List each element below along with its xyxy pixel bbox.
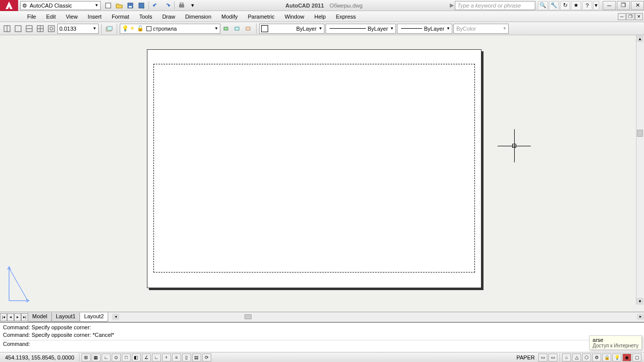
color-selector[interactable]: ByLayer ▼ [259, 24, 325, 34]
scroll-thumb[interactable] [637, 130, 643, 137]
help-icon[interactable]: ? [582, 1, 592, 10]
toolbar-lock[interactable]: 🔒 [602, 353, 611, 361]
3dosnap-toggle[interactable]: ◧ [132, 353, 141, 361]
separator [79, 353, 79, 361]
viewport-btn-3[interactable] [24, 24, 34, 34]
snap-toggle[interactable]: ⊞ [82, 353, 91, 361]
quickview-layouts[interactable]: ▭ [538, 353, 547, 361]
maximize-button[interactable]: ❐ [617, 1, 630, 10]
mdi-restore[interactable]: ❐ [626, 13, 634, 20]
workspace-switching[interactable]: ⚙ [592, 353, 601, 361]
open-button[interactable] [114, 1, 124, 10]
layer-tool-2[interactable] [232, 24, 243, 34]
minimize-button[interactable]: ─ [603, 1, 616, 10]
menu-dimension[interactable]: Dimension [180, 12, 216, 21]
layer-manager-button[interactable] [104, 24, 114, 34]
tab-layout2[interactable]: Layout2 [79, 313, 108, 322]
ducs-toggle[interactable]: ∟ [152, 353, 161, 361]
scroll-thumb[interactable] [245, 314, 252, 319]
save-button[interactable] [125, 1, 135, 10]
lwt-toggle[interactable]: ≡ [172, 353, 181, 361]
space-indicator[interactable]: PAPER [514, 354, 538, 360]
scroll-down-icon[interactable]: ▼ [636, 298, 643, 305]
search-input[interactable]: Type a keyword or phrase [455, 1, 535, 10]
window-title: AutoCAD 2011 Обмеры.dwg [198, 2, 450, 9]
tab-next[interactable]: ▸ [14, 313, 21, 321]
tab-last[interactable]: ▸| [21, 313, 28, 321]
mdi-close[interactable]: ✕ [635, 13, 643, 20]
scroll-right-icon[interactable]: ▸ [637, 314, 644, 320]
menu-express[interactable]: Express [331, 12, 361, 21]
clean-screen[interactable]: ▢ [632, 353, 641, 361]
search-icon[interactable]: 🔍 [538, 1, 548, 10]
saveas-button[interactable] [136, 1, 146, 10]
help-dropdown[interactable]: ▾ [593, 1, 599, 10]
vertical-scrollbar[interactable]: ▲ ▼ [636, 35, 644, 305]
annotation-scale[interactable]: ⌂ [562, 353, 571, 361]
drawing-area[interactable]: ▲ ▼ [0, 35, 644, 312]
favorites-icon[interactable]: ★ [571, 1, 581, 10]
polar-toggle[interactable]: ⊙ [112, 353, 121, 361]
menu-tools[interactable]: Tools [134, 12, 157, 21]
network-tooltip: arse Доступ к Интернету [589, 335, 642, 350]
hardware-accel[interactable]: 💡 [612, 353, 621, 361]
menu-help[interactable]: Help [309, 12, 331, 21]
undo-button[interactable] [151, 1, 161, 10]
menu-draw[interactable]: Draw [157, 12, 180, 21]
linetype-selector[interactable]: ByLayer ▼ [326, 24, 396, 34]
menu-modify[interactable]: Modify [216, 12, 243, 21]
redo-button[interactable] [162, 1, 172, 10]
tpy-toggle[interactable]: ▯ [182, 353, 191, 361]
separator [117, 24, 117, 34]
new-button[interactable] [103, 1, 113, 10]
annotation-autoscale[interactable]: ⬡ [582, 353, 591, 361]
annotation-visibility[interactable]: △ [572, 353, 581, 361]
workspace-selector[interactable]: ⚙ AutoCAD Classic ▼ [20, 1, 101, 10]
qat-dropdown[interactable]: ▾ [188, 1, 198, 10]
menu-window[interactable]: Window [280, 12, 309, 21]
menu-edit[interactable]: Edit [41, 12, 61, 21]
lineweight-selector[interactable]: ByLayer ▼ [397, 24, 452, 34]
quickview-drawings[interactable]: ▭ [548, 353, 557, 361]
print-button[interactable] [177, 1, 187, 10]
tab-first[interactable]: |◂ [0, 313, 7, 321]
close-button[interactable]: ✕ [631, 1, 644, 10]
exchange-icon[interactable]: ↻ [560, 1, 570, 10]
command-window[interactable]: Command: Specify opposite corner: Comman… [0, 322, 644, 352]
svg-rect-17 [107, 27, 112, 30]
qp-toggle[interactable]: ▤ [192, 353, 201, 361]
viewport-btn-1[interactable] [2, 24, 12, 34]
horizontal-scrollbar[interactable]: ◂ ▸ [112, 314, 644, 321]
menu-view[interactable]: View [61, 12, 83, 21]
plotstyle-selector[interactable]: ByColor ▼ [453, 24, 509, 34]
menu-parametric[interactable]: Parametric [243, 12, 279, 21]
menu-format[interactable]: Format [107, 12, 134, 21]
ortho-toggle[interactable]: ∟ [102, 353, 111, 361]
viewport-btn-2[interactable] [13, 24, 23, 34]
layout-tabs: |◂ ◂ ▸ ▸| Model Layout1 Layout2 ◂ ▸ [0, 312, 644, 322]
grid-toggle[interactable]: ▦ [92, 353, 101, 361]
tab-layout1[interactable]: Layout1 [51, 313, 80, 322]
otrack-toggle[interactable]: ∠ [142, 353, 151, 361]
layer-tool-3[interactable] [244, 24, 254, 34]
tab-prev[interactable]: ◂ [7, 313, 14, 321]
dyn-toggle[interactable]: + [162, 353, 171, 361]
isolate-objects[interactable]: ◉ [622, 353, 631, 361]
scroll-up-icon[interactable]: ▲ [636, 35, 643, 42]
layer-selector[interactable]: 💡 ☀ 🔓 стропила ▼ [120, 24, 220, 34]
menu-insert[interactable]: Insert [83, 12, 107, 21]
coordinates[interactable]: 454.1193, 155.8545, 0.0000 [2, 354, 77, 360]
osnap-toggle[interactable]: □ [122, 353, 131, 361]
app-logo[interactable] [0, 0, 18, 11]
layer-tool-1[interactable] [221, 24, 231, 34]
mdi-minimize[interactable]: ─ [618, 13, 626, 20]
scroll-left-icon[interactable]: ◂ [112, 314, 119, 320]
bulb-icon: 💡 [122, 25, 129, 32]
viewport-clip[interactable] [46, 24, 56, 34]
scale-input[interactable]: 0.0133 ▼ [57, 24, 99, 34]
subscription-icon[interactable]: 🔧 [549, 1, 559, 10]
viewport-btn-4[interactable] [35, 24, 45, 34]
tab-model[interactable]: Model [28, 313, 52, 322]
sc-toggle[interactable]: ⟳ [202, 353, 211, 361]
menu-file[interactable]: File [22, 12, 41, 21]
